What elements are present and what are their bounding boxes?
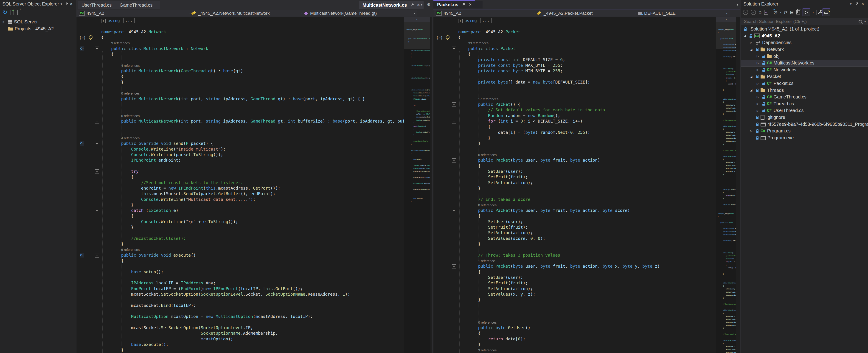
collapsed-expander-icon[interactable]: ▷ [757, 109, 762, 112]
collapse-all-icon[interactable]: ⊟ [790, 10, 794, 15]
tree-row-obj[interactable]: ▷obj [741, 53, 868, 60]
tree-row-projects-4945-a2[interactable]: Projects - 4945_A2 [0, 25, 76, 32]
fold-marker-icon[interactable]: − [452, 208, 456, 213]
gear-icon[interactable]: ⚙ [427, 2, 430, 7]
minimap-viewport[interactable] [716, 22, 736, 49]
pin-icon[interactable] [855, 2, 859, 6]
solution-search[interactable]: ▾ [741, 18, 868, 25]
show-all-files-icon[interactable] [796, 10, 800, 14]
fold-marker-icon[interactable]: − [452, 326, 456, 330]
refresh-icon[interactable]: ↻ [3, 10, 7, 15]
search-icon[interactable] [859, 20, 862, 24]
fold-marker-icon[interactable]: − [95, 141, 99, 146]
minimap[interactable]: namespace _4945_A2.Packet{ public class … [716, 22, 736, 353]
collapsed-expander-icon[interactable]: ▷ [3, 20, 8, 24]
chevron-down-icon[interactable]: ▾ [414, 12, 415, 15]
fold-marker-icon[interactable]: − [452, 264, 456, 269]
collapsed-expander-icon[interactable]: ▷ [757, 102, 762, 105]
panel-menu-chevron-icon[interactable]: ▾ [848, 2, 854, 6]
search-input[interactable] [743, 19, 859, 24]
fold-marker-icon[interactable]: − [95, 30, 99, 34]
close-icon[interactable]: ✕ [417, 3, 420, 7]
file-nesting-toggle[interactable] [803, 8, 810, 16]
code-area[interactable]: +using ...−namespace _4945_A2.Packet{33 … [433, 18, 716, 353]
nav-forward-icon[interactable]: → [751, 10, 756, 15]
tree-row-userthread.cs[interactable]: ▷UserThread.cs [741, 107, 868, 114]
tree-row-threads[interactable]: ◢Threads [741, 87, 868, 94]
fold-marker-icon[interactable]: − [452, 119, 456, 124]
fold-marker-icon[interactable]: − [452, 102, 456, 107]
tree-row-gamethread.cs[interactable]: ▷GameThread.cs [741, 94, 868, 100]
tab-gamethread[interactable]: GameThread.cs [116, 1, 160, 9]
minimap[interactable]: namespace _4945_A2.Network{ public class… [404, 22, 430, 353]
code-editor-packet[interactable]: {↗} +using ...−namespace _4945_A2.Packet… [433, 17, 740, 353]
fold-marker-icon[interactable]: − [452, 158, 456, 163]
scroll-up-icon[interactable]: ▲ [404, 17, 430, 22]
sync-with-active-document-icon[interactable]: ⇄ [784, 10, 787, 15]
close-icon[interactable]: ✕ [469, 2, 472, 7]
breadcrumb-class[interactable]: _4945_A2.Packet.Packet ▾ [535, 10, 639, 17]
fold-marker-icon[interactable]: − [95, 69, 99, 73]
tree-row-program.exe[interactable]: Program.exe [741, 134, 868, 141]
override-indicator-icon[interactable]: O↑ [80, 253, 84, 258]
expanded-expander-icon[interactable]: ◢ [750, 89, 756, 92]
pending-changes-filter-icon[interactable]: ◷ [774, 10, 778, 15]
tab-list-chevron-icon[interactable]: ▾ [421, 3, 423, 6]
fold-marker-icon[interactable]: − [95, 46, 99, 51]
pin-icon[interactable] [461, 2, 466, 7]
fold-marker-icon[interactable]: − [452, 30, 456, 34]
preview-selected-items-toggle[interactable] [823, 8, 830, 16]
nav-back-icon[interactable]: ← [743, 10, 748, 15]
pin-icon[interactable] [410, 3, 414, 7]
tree-row-network[interactable]: ◢Network [741, 46, 868, 53]
close-icon[interactable]: ✕ [69, 2, 73, 6]
tab-packet[interactable]: Packet.cs ✕ [433, 1, 483, 8]
breadcrumb-member[interactable]: MulticastNetwork(GameThread gt) ▾ [302, 10, 417, 17]
tree-row-multicastnetwork.cs[interactable]: ▷MulticastNetwork.cs [741, 60, 868, 67]
breadcrumb-member[interactable]: DEFAULT_SIZE ▾ [636, 10, 730, 17]
tree-row-thread.cs[interactable]: ▷Thread.cs [741, 100, 868, 107]
tab-list-chevron-icon[interactable]: ▾ [737, 3, 738, 6]
override-indicator-icon[interactable]: O↑ [80, 141, 84, 146]
collapsed-expander-icon[interactable]: ▷ [757, 95, 762, 99]
breadcrumb-project[interactable]: 4945_A2 ▾ [77, 10, 192, 17]
expanded-expander-icon[interactable]: ◢ [744, 34, 749, 37]
collapsed-expander-icon[interactable]: ▷ [757, 62, 762, 65]
collapsed-expander-icon[interactable]: ▷ [750, 129, 756, 133]
pin-icon[interactable] [64, 2, 68, 6]
tree-row-4945-a2[interactable]: ◢4945_A2 [741, 33, 868, 39]
expanded-expander-icon[interactable]: ◢ [750, 75, 756, 78]
add-server-icon[interactable]: + [13, 10, 18, 15]
expanded-expander-icon[interactable]: ◢ [750, 48, 756, 51]
code-area[interactable]: +using ...−namespace _4945_A2.Network{9 … [76, 18, 404, 353]
chevron-down-icon[interactable]: ▾ [812, 11, 814, 14]
tree-row-packet.cs[interactable]: ▷Packet.cs [741, 80, 868, 87]
fold-marker-icon[interactable]: − [95, 169, 99, 174]
collapsed-expander-icon[interactable]: ▷ [757, 68, 762, 71]
minimap-viewport[interactable] [404, 22, 430, 49]
tree-row-solution-4945-a2-1-of-1-project-[interactable]: Solution '4945_A2' (1 of 1 project) [741, 26, 868, 33]
tab-multicastnetwork[interactable]: MulticastNetwork.cs ✕ [359, 1, 424, 9]
tree-row-network.cs[interactable]: ▷Network.cs [741, 67, 868, 73]
tree-row-sql-server[interactable]: ▷SQL Server [0, 19, 76, 25]
tree-row-packet[interactable]: ◢Packet [741, 73, 868, 80]
new-query-icon[interactable]: * [21, 10, 25, 15]
properties-wrench-icon[interactable] [818, 11, 821, 14]
panel-menu-chevron-icon[interactable]: ▾ [59, 2, 64, 6]
scroll-up-icon[interactable]: ▲ [716, 17, 736, 22]
tab-userthread[interactable]: UserThread.cs [78, 1, 121, 9]
tree-row-.gitignore[interactable]: .gitignore [741, 114, 868, 121]
collapsed-expander-icon[interactable]: ▷ [750, 41, 756, 44]
collapsed-expander-icon[interactable]: ▷ [757, 55, 762, 58]
override-indicator-icon[interactable]: O↑ [80, 46, 84, 51]
fold-marker-icon[interactable]: − [95, 208, 99, 213]
chevron-down-icon[interactable]: ▾ [726, 12, 727, 15]
switch-views-icon[interactable]: ∞ [764, 10, 768, 15]
chevron-down-icon[interactable]: ▾ [864, 20, 866, 23]
fold-marker-icon[interactable]: − [452, 46, 456, 51]
minimap-scrollbar[interactable]: ▲ namespace _4945_A2.Network{ public cla… [404, 17, 430, 353]
fold-marker-icon[interactable]: − [95, 97, 99, 101]
chevron-down-icon[interactable]: ▾ [780, 11, 781, 14]
code-editor-multicastnetwork[interactable]: {↗} +using ...−namespace _4945_A2.Networ… [76, 17, 432, 353]
close-icon[interactable]: ✕ [860, 2, 866, 6]
